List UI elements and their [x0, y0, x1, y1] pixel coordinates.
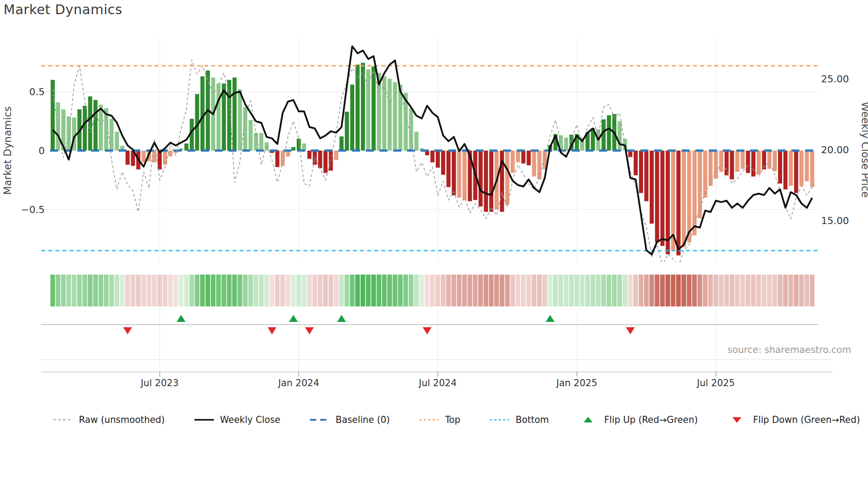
heatmap-cell	[751, 275, 756, 306]
oscillator-bar	[248, 120, 252, 151]
heatmap-cell	[264, 275, 269, 306]
heatmap-cell	[190, 275, 194, 306]
oscillator-bar	[345, 112, 349, 151]
heatmap-cell	[708, 275, 713, 306]
oscillator-bar	[125, 151, 129, 165]
heatmap-cell	[692, 275, 697, 306]
oscillator-bar	[201, 76, 205, 151]
oscillator-bar	[773, 151, 777, 171]
heatmap-cell	[778, 275, 783, 306]
oscillator-bar	[291, 147, 295, 151]
heatmap-cell	[494, 275, 499, 306]
heatmap-cell	[141, 275, 146, 306]
oscillator-bar	[281, 151, 285, 166]
oscillator-bar	[799, 151, 803, 186]
heatmap-cell	[173, 275, 178, 306]
oscillator-bar	[644, 151, 648, 201]
oscillator-bar	[479, 151, 483, 206]
heatmap-cell	[221, 275, 226, 306]
top-line-swatch	[418, 415, 440, 424]
heatmap-cell	[254, 275, 259, 306]
heatmap-cell	[623, 275, 628, 306]
heatmap-cell	[612, 275, 617, 306]
oscillator-bar	[441, 151, 445, 175]
flip-up-marker	[177, 315, 186, 322]
heatmap-cell	[98, 275, 103, 306]
legend-label-raw: Raw (unsmoothed)	[79, 414, 165, 425]
heatmap-cell	[505, 275, 510, 306]
heatmap-cell	[489, 275, 494, 306]
heatmap-cell	[72, 275, 77, 306]
left-axis-tick-label: 0	[39, 145, 45, 156]
oscillator-bar	[751, 151, 755, 177]
oscillator-bar	[725, 151, 728, 175]
heatmap-cell	[82, 275, 87, 306]
heatmap-cell	[125, 275, 130, 306]
heatmap-cell	[794, 275, 798, 306]
oscillator-bar	[505, 151, 509, 205]
heatmap-cell	[724, 275, 729, 306]
oscillator-bar	[794, 151, 798, 193]
heatmap-cell	[227, 275, 232, 306]
heatmap-cell	[473, 275, 478, 306]
heatmap-cell	[462, 275, 467, 306]
heatmap-cell	[302, 275, 306, 306]
heatmap-cell	[296, 275, 301, 306]
heatmap-cell	[88, 275, 93, 306]
heatmap-cell	[307, 275, 312, 306]
heatmap-cell	[590, 275, 595, 306]
heatmap-cell	[564, 275, 569, 306]
oscillator-bar	[430, 151, 434, 163]
oscillator-bar	[564, 138, 568, 151]
x-axis-tick-label: Jan 2025	[555, 378, 597, 388]
oscillator-bar	[805, 151, 809, 181]
heatmap-cell	[596, 275, 601, 306]
heatmap-cell	[660, 275, 665, 306]
source-note: source: sharemaestro.com	[728, 345, 851, 355]
legend-item-flip-down: Flip Down (Green→Red)	[726, 414, 860, 425]
heatmap-cell	[756, 275, 761, 306]
heatmap-cell	[558, 275, 563, 306]
right-axis-tick-label: 15.00	[821, 215, 849, 226]
heatmap-cell	[179, 275, 184, 306]
legend-label-weekly-close: Weekly Close	[220, 414, 280, 425]
heatmap-cell	[532, 275, 537, 306]
heatmap-cell	[398, 275, 403, 306]
legend-item-flip-up: Flip Up (Red→Green)	[577, 414, 698, 425]
heatmap-cell	[93, 275, 98, 306]
flip-up-marker	[546, 315, 554, 322]
heatmap-cell	[607, 275, 612, 306]
heatmap-cell	[772, 275, 777, 306]
oscillator-bar	[639, 151, 643, 193]
oscillator-bar	[99, 105, 103, 151]
oscillator-bar	[340, 136, 344, 151]
heatmap-cell	[430, 275, 435, 306]
heatmap-cell	[345, 275, 349, 306]
legend-label-top: Top	[445, 414, 461, 425]
heatmap-cell	[810, 275, 815, 306]
oscillator-bar	[703, 151, 707, 198]
oscillator-bar	[275, 151, 279, 167]
heatmap-cell	[388, 275, 392, 306]
heatmap-cell	[617, 275, 622, 306]
oscillator-bar	[693, 151, 697, 236]
oscillator-bar	[462, 151, 466, 200]
oscillator-bar	[537, 151, 541, 179]
left-axis-tick-label: 0.5	[29, 86, 45, 97]
heatmap-cell	[521, 275, 526, 306]
x-axis-tick-label: Jul 2025	[696, 378, 735, 388]
heatmap-cell	[237, 275, 242, 306]
legend-label-baseline: Baseline (0)	[336, 414, 390, 425]
heatmap-cell	[120, 275, 125, 306]
heatmap-strip	[50, 275, 815, 306]
heatmap-cell	[655, 275, 659, 306]
oscillator-bar	[521, 151, 525, 163]
heatmap-cell	[767, 275, 772, 306]
oscillator-bar	[532, 151, 536, 177]
heatmap-cell	[232, 275, 237, 306]
heatmap-cell	[510, 275, 515, 306]
flip-down-marker	[267, 327, 276, 334]
heatmap-cell	[50, 275, 55, 306]
oscillator-bar	[217, 83, 221, 151]
heatmap-cell	[633, 275, 638, 306]
